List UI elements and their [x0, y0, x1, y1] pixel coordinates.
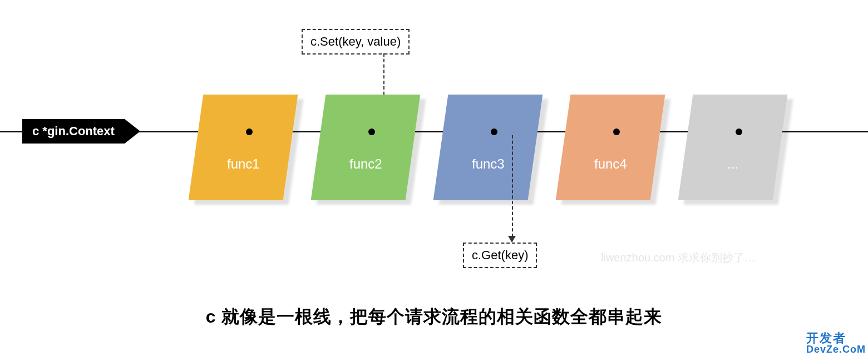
caption: c 就像是一根线，把每个请求流程的相关函数全都串起来 — [0, 305, 868, 329]
callout-set-text: c.Set(key, value) — [310, 34, 401, 48]
block-func3: func3 — [433, 95, 543, 200]
block-label: func1 — [227, 123, 260, 172]
block-label: func2 — [349, 123, 382, 172]
callout-get-text: c.Get(key) — [472, 248, 528, 262]
block-func2: func2 — [311, 95, 421, 200]
callout-set: c.Set(key, value) — [302, 29, 410, 55]
block-: ... — [678, 95, 788, 200]
block-label: func4 — [594, 123, 627, 172]
brand-line1: 开发者 — [806, 332, 866, 344]
block-func1: func1 — [189, 95, 298, 200]
axis-dot — [368, 128, 375, 135]
watermark: liwenzhou.com 求求你别抄了… — [601, 250, 756, 265]
callout-get: c.Get(key) — [463, 243, 537, 268]
block-func4: func4 — [556, 95, 665, 200]
axis-dot — [246, 128, 253, 135]
block-label: func3 — [472, 123, 505, 172]
diagram-stage: c *gin.Context c.Set(key, value) func1fu… — [0, 0, 868, 356]
axis-dot — [736, 128, 742, 135]
axis-dot — [613, 128, 620, 135]
brand-line2: DevZe.CoM — [806, 344, 866, 355]
watermark-text: liwenzhou.com 求求你别抄了… — [601, 251, 756, 264]
arrowhead-get — [508, 236, 516, 243]
connector-get — [512, 135, 513, 237]
context-tag-label: c *gin.Context — [32, 124, 115, 139]
brand-logo: 开发者 DevZe.CoM — [806, 332, 866, 355]
context-tag: c *gin.Context — [22, 119, 125, 144]
context-tag-arrowhead — [125, 119, 140, 144]
axis-dot — [491, 128, 497, 135]
caption-text: c 就像是一根线，把每个请求流程的相关函数全都串起来 — [206, 306, 663, 327]
